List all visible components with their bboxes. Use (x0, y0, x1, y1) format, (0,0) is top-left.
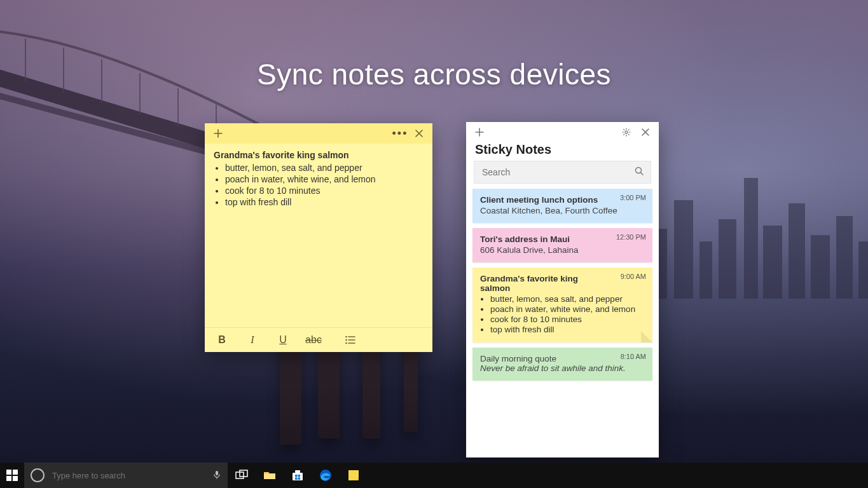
notes-list: 3:00 PM Client meeting lunch options Coa… (466, 189, 659, 381)
svg-line-36 (624, 134, 624, 135)
svg-point-26 (345, 336, 347, 338)
note-card-pink[interactable]: 12:30 PM Tori's address in Maui 606 Kalu… (472, 228, 652, 262)
svg-point-29 (625, 131, 628, 133)
svg-rect-52 (295, 478, 298, 480)
note-card-bullet: cook for 8 to 10 minutes (490, 315, 645, 324)
note-bullet: cook for 8 to 10 minutes (225, 186, 424, 196)
svg-rect-22 (858, 241, 868, 299)
note-card-green[interactable]: 8:10 AM Daily morning quote Never be afr… (472, 348, 652, 381)
note-time: 9:00 AM (621, 273, 646, 280)
svg-rect-53 (298, 478, 301, 480)
close-icon[interactable] (410, 125, 429, 142)
italic-button[interactable]: I (243, 331, 262, 349)
strike-button[interactable]: abc (304, 331, 323, 349)
note-card-bullet: poach in water, white wine, and lemon (490, 304, 645, 314)
svg-rect-20 (811, 235, 830, 299)
sticky-note-editor: ••• Grandma's favorite king salmon butte… (205, 123, 432, 352)
svg-point-28 (345, 342, 347, 344)
desktop: Sync notes across devices ••• Grandma's … (0, 0, 868, 488)
cortana-icon[interactable] (31, 468, 45, 482)
note-card-bullet: top with fresh dill (490, 325, 645, 334)
note-card-bullets: butter, lemon, sea salt, and pepper poac… (490, 294, 645, 334)
window-title: Sticky Notes (466, 142, 659, 161)
sticky-notes-taskbar-icon[interactable] (340, 463, 368, 488)
svg-rect-14 (674, 200, 693, 299)
taskbar (0, 463, 868, 488)
svg-line-37 (628, 130, 629, 130)
search-box[interactable] (474, 161, 651, 184)
svg-rect-16 (719, 219, 736, 299)
note-card-blue[interactable]: 3:00 PM Client meeting lunch options Coa… (472, 189, 652, 223)
note-body[interactable]: Grandma's favorite king salmon butter, l… (205, 144, 432, 327)
svg-rect-15 (699, 241, 712, 299)
start-button[interactable] (0, 463, 24, 488)
svg-rect-17 (744, 178, 758, 299)
note-time: 8:10 AM (621, 353, 646, 360)
svg-rect-51 (298, 475, 301, 477)
bold-button[interactable]: B (212, 331, 231, 349)
note-card-quote: Never be afraid to sit awhile and think. (480, 363, 645, 373)
svg-rect-18 (763, 226, 782, 299)
taskbar-search[interactable] (24, 463, 228, 488)
note-card-yellow[interactable]: 9:00 AM Grandma's favorite king salmon b… (472, 268, 652, 342)
add-note-button[interactable] (470, 123, 489, 141)
svg-rect-19 (789, 203, 805, 299)
note-bullet: top with fresh dill (225, 197, 424, 207)
close-icon[interactable] (636, 123, 655, 141)
svg-rect-21 (836, 216, 853, 299)
bullet-list-button[interactable] (334, 331, 366, 349)
svg-line-39 (641, 173, 644, 175)
svg-rect-43 (13, 476, 18, 481)
underline-button[interactable]: U (273, 331, 293, 349)
more-icon[interactable]: ••• (390, 125, 410, 142)
svg-rect-48 (293, 473, 303, 480)
svg-rect-44 (216, 471, 218, 475)
settings-icon[interactable] (617, 123, 636, 141)
note-title: Grandma's favorite king salmon (214, 150, 424, 160)
search-icon[interactable] (634, 166, 644, 179)
note-titlebar[interactable]: ••• (205, 123, 432, 144)
svg-rect-47 (264, 474, 275, 479)
note-bullet: butter, lemon, sea salt, and pepper (225, 163, 424, 173)
svg-rect-41 (13, 470, 18, 475)
sticky-notes-window: Sticky Notes 3:00 PM Client meeting lunc… (466, 122, 659, 458)
svg-rect-50 (295, 475, 298, 477)
note-bullet-list: butter, lemon, sea salt, and pepper poac… (225, 163, 424, 207)
file-explorer-icon[interactable] (256, 463, 284, 488)
edge-icon[interactable] (312, 463, 340, 488)
search-input[interactable] (481, 166, 634, 178)
svg-line-35 (628, 134, 629, 135)
headline-text: Sync notes across devices (0, 57, 868, 92)
note-bullet: poach in water, white wine, and lemon (225, 174, 424, 184)
task-view-button[interactable] (228, 463, 256, 488)
note-time: 3:00 PM (620, 194, 646, 201)
store-icon[interactable] (284, 463, 312, 488)
note-time: 12:30 PM (616, 233, 646, 241)
add-note-button[interactable] (209, 125, 228, 142)
note-card-sub: Coastal Kitchen, Bea, Fourth Coffee (480, 206, 645, 215)
note-card-sub: 606 Kalula Drive, Lahaina (480, 245, 645, 255)
note-fold-icon (641, 331, 652, 342)
mic-icon[interactable] (212, 470, 221, 481)
svg-rect-40 (6, 470, 11, 475)
window-titlebar[interactable] (466, 122, 659, 142)
svg-point-27 (345, 339, 347, 341)
svg-rect-55 (348, 470, 359, 480)
taskbar-search-input[interactable] (51, 470, 206, 481)
note-card-bullet: butter, lemon, sea salt, and pepper (490, 294, 645, 304)
svg-rect-49 (295, 470, 300, 473)
svg-line-34 (624, 130, 624, 130)
format-toolbar: B I U abc (205, 327, 432, 352)
svg-rect-42 (6, 476, 11, 481)
